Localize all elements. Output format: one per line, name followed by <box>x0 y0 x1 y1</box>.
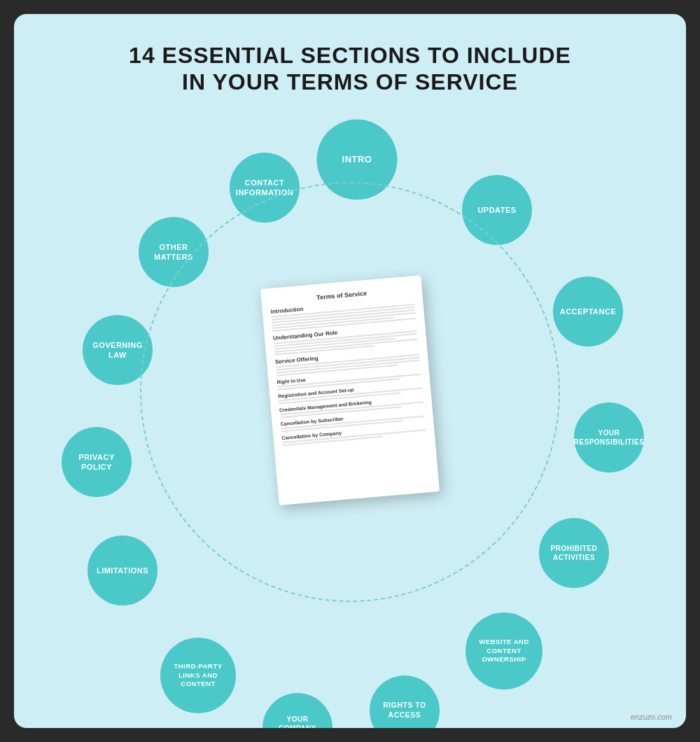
node-privacy: PRIVACYPOLICY <box>62 427 132 497</box>
document: Terms of Service Introduction Understand… <box>260 275 440 505</box>
node-third-party: THIRD-PARTYLINKS ANDCONTENT <box>160 638 236 713</box>
node-company-rights: YOURCOMPANYRIGHTS <box>262 693 332 728</box>
watermark: enzuzo.com <box>631 713 672 721</box>
node-rights-access: RIGHTS TOACCESS <box>370 676 440 728</box>
node-limitations: LIMITATIONS <box>88 536 158 606</box>
title-line-2: IN YOUR TERMS OF SERVICE <box>182 69 518 94</box>
diagram-area: Terms of Service Introduction Understand… <box>14 119 686 707</box>
node-website-ownership: WEBSITE ANDCONTENTOWNERSHIP <box>465 612 542 690</box>
node-prohibited: PROHIBITEDACTIVITIES <box>539 518 609 588</box>
infographic-card: 14 ESSENTIAL SECTIONS TO INCLUDE IN YOUR… <box>14 14 686 728</box>
main-title: 14 ESSENTIAL SECTIONS TO INCLUDE IN YOUR… <box>35 42 665 96</box>
node-responsibilities: YOURRESPONSIBILITIES <box>574 402 644 472</box>
node-acceptance: ACCEPTANCE <box>553 276 623 346</box>
title-line-1: 14 ESSENTIAL SECTIONS TO INCLUDE <box>129 43 571 68</box>
